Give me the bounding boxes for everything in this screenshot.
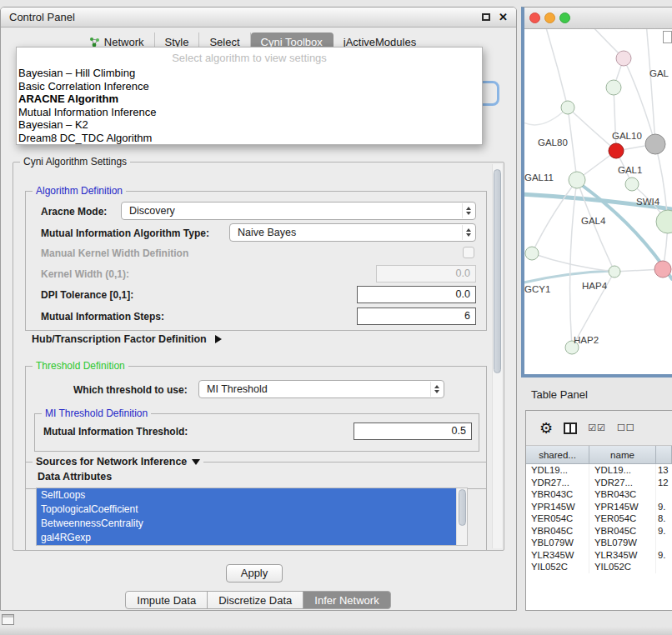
scrollbar-thumb[interactable]	[459, 489, 466, 526]
table-cell: YPR145W	[589, 501, 656, 513]
column-header-name[interactable]: name	[589, 446, 656, 463]
table-row[interactable]: YBL079WYBL079W	[526, 537, 672, 549]
dpi-tolerance-label: DPI Tolerance [0,1]:	[41, 289, 133, 301]
mi-steps-field[interactable]: 6	[357, 308, 476, 325]
zoom-traffic-light[interactable]	[559, 12, 570, 23]
gear-icon[interactable]: ⚙	[539, 421, 553, 436]
table-cell: 9.	[656, 549, 672, 562]
table-cell: YBR043C	[526, 488, 589, 501]
tab-discretize-data[interactable]: Discretize Data	[207, 591, 303, 609]
mi-threshold-field[interactable]: 0.5	[354, 422, 472, 440]
network-edge	[532, 180, 577, 253]
network-node[interactable]	[656, 210, 672, 233]
select-all-icon[interactable]: ☑☑	[588, 422, 606, 433]
dpi-tolerance-field[interactable]: 0.0	[357, 286, 476, 303]
table-cell: YLR345W	[589, 549, 656, 562]
table-row[interactable]: YBR043CYBR043C	[526, 488, 672, 501]
table-row[interactable]: YIL052CYIL052C	[526, 561, 672, 573]
network-edge	[545, 29, 568, 108]
table-row[interactable]: YDR27...YDR27...12	[526, 477, 672, 489]
close-icon[interactable]: ✕	[499, 11, 508, 23]
data-attributes-label: Data Attributes	[38, 471, 112, 482]
columns-icon[interactable]	[564, 422, 577, 434]
network-canvas[interactable]: GALGAL80GAL10GAL11GAL1SWI4GAL4GCY1HAP4HA…	[524, 29, 672, 374]
table-row[interactable]: YPR145WYPR145W9.	[526, 501, 672, 513]
which-threshold-select[interactable]: MI Threshold	[198, 380, 444, 398]
table-row[interactable]: YER054CYER054C8.	[526, 512, 672, 525]
table-cell: 9.	[656, 501, 672, 513]
network-node[interactable]	[609, 143, 624, 158]
table-panel-title: Table Panel	[531, 388, 588, 401]
hub-definition-label: Hub/Transcription Factor Definition	[32, 333, 207, 345]
algorithm-option[interactable]: Bayesian – Hill Climbing	[17, 67, 482, 80]
control-panel-window: Control Panel ✕ Network Style Select Cyn…	[0, 7, 517, 611]
apply-button[interactable]: Apply	[226, 564, 283, 582]
panel-title: Control Panel	[9, 11, 482, 23]
network-edge	[532, 253, 614, 272]
manual-kernel-width-checkbox[interactable]	[463, 247, 474, 258]
attribute-list-item[interactable]: BetweennessCentrality	[37, 517, 456, 531]
sources-title: Sources for Network Inference	[36, 456, 187, 468]
algorithm-option[interactable]: ARACNE Algorithm	[17, 92, 482, 106]
mi-algorithm-type-select[interactable]: Naive Bayes	[229, 223, 476, 242]
kernel-width-field[interactable]: 0.0	[376, 265, 476, 282]
cyni-mode-tabs: Impute Data Discretize Data Infer Networ…	[1, 591, 516, 609]
attribute-list-item[interactable]: TopologicalCoefficient	[37, 502, 456, 517]
threshold-definition-title: Threshold Definition	[33, 360, 128, 372]
which-threshold-label: Which threshold to use:	[73, 384, 188, 396]
column-header-extra[interactable]	[656, 446, 672, 463]
attribute-list-item[interactable]: gal4RGexp	[37, 531, 456, 545]
table-cell: YBR045C	[526, 525, 589, 538]
network-node[interactable]	[525, 247, 539, 260]
algorithm-option[interactable]: Basic Correlation Inference	[17, 80, 482, 93]
sources-toggle[interactable]: Sources for Network Inference	[33, 456, 203, 468]
close-traffic-light[interactable]	[529, 12, 540, 23]
network-node[interactable]	[616, 51, 631, 66]
deselect-all-icon[interactable]: ☐☐	[617, 422, 635, 433]
table-row[interactable]: YLR345WYLR345W9.	[526, 549, 672, 562]
algorithm-option[interactable]: Dream8 DC_TDC Algorithm	[17, 132, 482, 145]
network-node[interactable]	[561, 101, 574, 114]
settings-scrollbar[interactable]	[492, 164, 502, 548]
network-node[interactable]	[654, 261, 671, 278]
network-edge	[568, 108, 616, 151]
attribute-list-item[interactable]: SelfLoops	[37, 488, 456, 502]
table-panel-window: ⚙ ☑☑ ☐☐ shared... name YDL19...YDL19...1…	[525, 410, 672, 611]
column-header-shared-name[interactable]: shared...	[526, 446, 589, 463]
network-node[interactable]	[645, 134, 665, 154]
mi-steps-label: Mutual Information Steps:	[41, 311, 164, 322]
float-panel-icon[interactable]	[482, 13, 490, 21]
network-view-window: GALGAL80GAL10GAL11GAL1SWI4GAL4GCY1HAP4HA…	[521, 7, 672, 378]
minimized-panel-icon[interactable]	[2, 614, 14, 625]
algorithm-select-popup: Select algorithm to view settings Bayesi…	[16, 47, 483, 145]
table-cell: 13	[656, 464, 672, 477]
mi-algorithm-type-label: Mutual Information Algorithm Type:	[41, 228, 209, 239]
network-node[interactable]	[569, 172, 585, 188]
mi-threshold-label: Mutual Information Threshold:	[43, 426, 188, 438]
network-tab-icon	[89, 37, 100, 48]
network-node[interactable]	[606, 80, 621, 95]
table-body: YDL19...YDL19...13YDR27...YDR27...12YBR0…	[526, 464, 672, 610]
birdseye-widget[interactable]	[663, 31, 672, 43]
network-node[interactable]	[609, 266, 620, 278]
tab-infer-network[interactable]: Infer Network	[303, 591, 390, 609]
data-attributes-list: SelfLoopsTopologicalCoefficientBetweenne…	[36, 488, 468, 546]
table-cell: YLR345W	[526, 549, 589, 562]
scrollbar-thumb[interactable]	[494, 169, 501, 373]
network-node[interactable]	[625, 178, 639, 191]
combo-stepper-icon	[462, 225, 474, 240]
algorithm-definition-title: Algorithm Definition	[33, 185, 126, 197]
aracne-mode-select[interactable]: Discovery	[121, 202, 476, 220]
minimize-traffic-light[interactable]	[544, 12, 555, 23]
table-row[interactable]: YBR045CYBR045C9.	[526, 525, 672, 538]
node-label: SWI4	[636, 197, 660, 207]
algorithm-definition-group: Algorithm Definition Aracne Mode: Discov…	[25, 191, 487, 331]
algorithm-option[interactable]: Mutual Information Inference	[17, 106, 482, 119]
tab-impute-data[interactable]: Impute Data	[125, 591, 208, 609]
popup-item-list: Bayesian – Hill ClimbingBasic Correlatio…	[17, 67, 482, 144]
node-label: GAL4	[581, 216, 606, 226]
table-row[interactable]: YDL19...YDL19...13	[526, 464, 672, 477]
hub-definition-toggle[interactable]: Hub/Transcription Factor Definition	[32, 333, 222, 345]
algorithm-option[interactable]: Bayesian – K2	[17, 118, 482, 132]
attributes-scrollbar[interactable]	[456, 488, 467, 545]
